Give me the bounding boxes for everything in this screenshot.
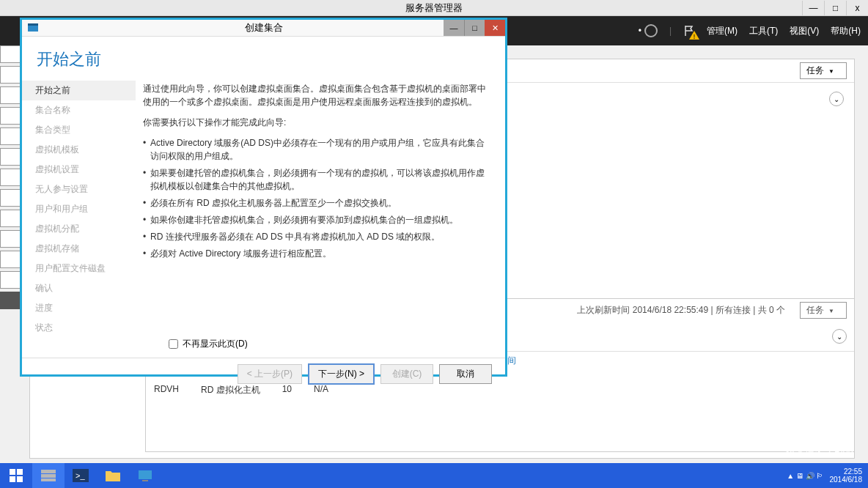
manage-menu[interactable]: 管理(M) xyxy=(707,25,738,37)
wizard-prereq-label: 你需要执行以下操作才能完成此向导: xyxy=(143,116,490,129)
wizard-step: 虚拟机存储 xyxy=(22,239,136,259)
wizard-prereq-item: RD 连接代理服务器必须在 AD DS 中具有将虚拟机加入 AD DS 域的权限… xyxy=(143,230,490,243)
powershell-taskbar-button[interactable]: >_ xyxy=(65,463,97,488)
server-manager-taskbar-button[interactable] xyxy=(32,463,65,488)
svg-rect-16 xyxy=(41,474,56,478)
refresh-dropdown[interactable]: • xyxy=(639,24,658,37)
wizard-step: 虚拟机模板 xyxy=(22,140,136,160)
explorer-taskbar-button[interactable] xyxy=(97,463,129,488)
system-tray[interactable]: ▲ 🖥 🔊 🏳 22:55 2014/6/18 xyxy=(787,467,868,484)
wizard-icon xyxy=(26,21,40,34)
svg-rect-13 xyxy=(10,476,15,482)
wizard-step: 虚拟机分配 xyxy=(22,219,136,239)
wizard-prereq-item: Active Directory 域服务(AD DS)中必须存在一个现有的用户或… xyxy=(143,136,490,163)
wizard-prereq-item: 必须在所有 RD 虚拟化主机服务器上配置至少一个虚拟交换机。 xyxy=(143,196,490,210)
svg-rect-11 xyxy=(10,469,15,475)
create-button: 创建(C) xyxy=(380,364,433,384)
wizard-close-button[interactable]: ✕ xyxy=(485,20,505,36)
window-title: 服务器管理器 xyxy=(405,1,463,15)
connections-status: 上次刷新时间 2014/6/18 22:55:49 | 所有连接 | 共 0 个 xyxy=(577,304,785,317)
wizard-prereq-item: 如果你创建非托管虚拟机集合，则必须拥有要添加到虚拟机集合的一组虚拟机。 xyxy=(143,213,490,226)
refresh-icon xyxy=(644,24,658,37)
watermark-line1: 51CTO.com xyxy=(764,426,853,446)
window-titlebar: 服务器管理器 — □ x xyxy=(0,0,868,16)
wizard-step: 用户和用户组 xyxy=(22,199,136,219)
next-button[interactable]: 下一步(N) > xyxy=(308,363,375,385)
taskbar: >_ ▲ 🖥 🔊 🏳 22:55 2014/6/18 xyxy=(0,463,868,488)
hyperv-taskbar-button[interactable] xyxy=(129,463,161,488)
svg-rect-21 xyxy=(142,480,148,481)
watermark-line2: 技术博客 z.Blog xyxy=(764,446,853,459)
powershell-icon: >_ xyxy=(73,469,89,482)
connections-expand-button[interactable]: ⌄ xyxy=(832,329,847,344)
tasks-dropdown[interactable]: 任务 xyxy=(800,62,847,79)
wizard-prereq-item: 如果要创建托管的虚拟机集合，则必须拥有一个现有的虚拟机，可以将该虚拟机用作虚拟机… xyxy=(143,166,490,193)
wizard-step: 无人参与设置 xyxy=(22,180,136,199)
svg-rect-10 xyxy=(28,23,38,26)
wizard-titlebar: 创建集合 — □ ✕ xyxy=(22,20,505,37)
svg-text:>_: >_ xyxy=(76,471,85,480)
svg-rect-20 xyxy=(139,470,152,479)
minimize-button[interactable]: — xyxy=(802,1,824,15)
wizard-step: 用户配置文件磁盘 xyxy=(22,259,136,278)
windows-icon xyxy=(9,468,23,483)
maximize-button[interactable]: □ xyxy=(824,1,846,15)
wizard-footer: < 上一步(P) 下一步(N) > 创建(C) 取消 xyxy=(22,358,505,390)
wizard-nav: 开始之前 集合名称 集合类型 虚拟机模板 虚拟机设置 无人参与设置 用户和用户组… xyxy=(22,78,136,338)
svg-rect-17 xyxy=(41,478,56,481)
wizard-intro: 通过使用此向导，你可以创建虚拟桌面集合。虚拟桌面集合包含基于虚拟机的桌面部署中使… xyxy=(143,82,490,108)
wizard-step[interactable]: 集合名称 xyxy=(22,100,136,120)
wizard-step: 进度 xyxy=(22,298,136,318)
wizard-prereq-item: 必须对 Active Directory 域服务进行相应配置。 xyxy=(143,247,490,260)
wizard-step[interactable]: 开始之前 xyxy=(22,81,136,100)
svg-text:!: ! xyxy=(694,33,696,40)
tools-menu[interactable]: 工具(T) xyxy=(749,25,778,37)
cancel-button[interactable]: 取消 xyxy=(439,364,492,384)
tray-icons[interactable]: ▲ 🖥 🔊 🏳 xyxy=(787,472,823,480)
wizard-step: 确认 xyxy=(22,278,136,298)
server-manager-icon xyxy=(40,469,56,482)
window-controls: — □ x xyxy=(802,1,868,15)
wizard-step: 状态 xyxy=(22,318,136,338)
folder-icon xyxy=(105,469,121,482)
close-button[interactable]: x xyxy=(846,1,868,15)
dont-show-label: 不再显示此页(D) xyxy=(183,338,248,350)
svg-rect-15 xyxy=(41,470,56,473)
svg-rect-12 xyxy=(17,469,23,475)
wizard-heading: 开始之前 xyxy=(22,37,505,78)
prev-button: < 上一步(P) xyxy=(238,364,302,384)
wizard-maximize-button[interactable]: □ xyxy=(464,20,485,36)
hyperv-icon xyxy=(137,469,153,482)
wizard-content: 通过使用此向导，你可以创建虚拟桌面集合。虚拟桌面集合包含基于虚拟机的桌面部署中使… xyxy=(136,78,505,338)
view-menu[interactable]: 视图(V) xyxy=(790,25,819,37)
create-collection-wizard: 创建集合 — □ ✕ 开始之前 开始之前 集合名称 集合类型 虚拟机模板 虚拟机… xyxy=(20,18,507,377)
wizard-minimize-button[interactable]: — xyxy=(444,20,464,36)
wizard-prereq-list: Active Directory 域服务(AD DS)中必须存在一个现有的用户或… xyxy=(143,136,490,260)
tray-clock[interactable]: 22:55 2014/6/18 xyxy=(830,467,863,484)
warning-icon: ! xyxy=(689,31,699,40)
wizard-step: 虚拟机设置 xyxy=(22,160,136,180)
wizard-step: 集合类型 xyxy=(22,120,136,140)
watermark: 51CTO.com 技术博客 z.Blog xyxy=(764,426,853,459)
connections-tasks-dropdown[interactable]: 任务 xyxy=(800,302,847,319)
notifications-icon[interactable]: ! xyxy=(683,25,695,37)
dont-show-checkbox[interactable] xyxy=(169,339,178,349)
start-button[interactable] xyxy=(0,463,32,488)
svg-rect-14 xyxy=(17,476,23,482)
expand-button[interactable]: ⌄ xyxy=(829,92,844,106)
help-menu[interactable]: 帮助(H) xyxy=(831,25,861,37)
wizard-title-text: 创建集合 xyxy=(245,21,283,34)
